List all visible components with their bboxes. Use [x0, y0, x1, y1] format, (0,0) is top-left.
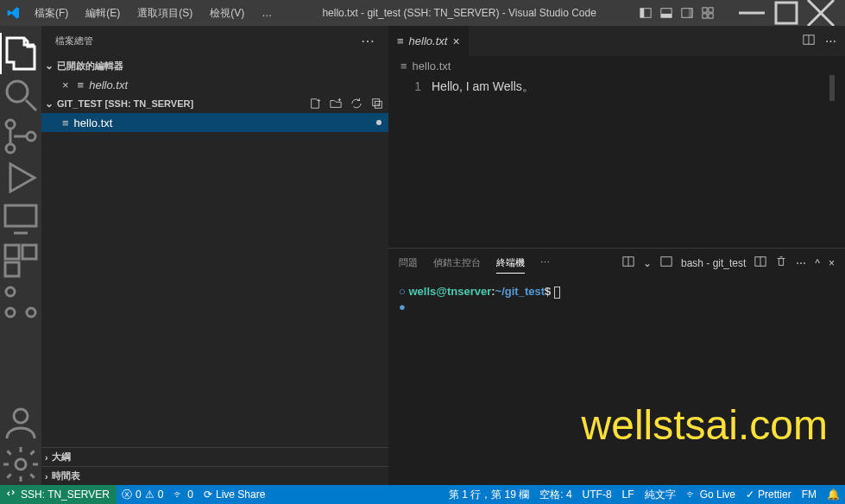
run-debug-icon[interactable]: [0, 157, 41, 198]
remote-icon: [7, 488, 17, 501]
status-eol[interactable]: LF: [617, 485, 640, 504]
terminal-user: wells@tnserver: [408, 285, 491, 298]
tree-filename: hello.txt: [74, 117, 113, 129]
split-terminal-icon-2[interactable]: [754, 255, 766, 270]
minimize-button[interactable]: [735, 0, 769, 26]
code-line: Hello, I am Wells。: [432, 75, 845, 248]
status-problems[interactable]: ⓧ0 ⚠0: [117, 485, 168, 504]
svg-marker-19: [10, 164, 35, 192]
svg-rect-6: [703, 8, 707, 12]
vscode-logo-icon: [7, 6, 21, 20]
menu-selection[interactable]: 選取項目(S): [130, 3, 199, 24]
status-fm[interactable]: FM: [797, 485, 822, 504]
remote-indicator[interactable]: SSH: TN_SERVER: [0, 485, 117, 504]
maximize-button[interactable]: [769, 0, 804, 26]
file-icon: ≡: [62, 117, 69, 129]
status-prettier[interactable]: ✓Prettier: [741, 485, 797, 504]
open-editors-section[interactable]: ⌄ 已開啟的編輯器: [41, 56, 388, 75]
new-folder-icon[interactable]: [328, 95, 344, 112]
prompt-indicator-icon: ●: [399, 300, 406, 313]
customize-layout-icon[interactable]: [702, 7, 714, 19]
status-golive[interactable]: ᯤGo Live: [681, 485, 741, 504]
svg-point-28: [14, 409, 28, 423]
svg-rect-7: [709, 8, 713, 12]
gitbranch-icon[interactable]: [0, 281, 41, 323]
kill-terminal-icon[interactable]: [775, 255, 787, 270]
editor-tab[interactable]: ≡ hello.txt ×: [388, 26, 470, 56]
editor-area: ≡ hello.txt × ⋯ ≡ hello.txt 1 Hello, I a…: [388, 26, 845, 485]
status-notifications-icon[interactable]: 🔔: [822, 485, 845, 504]
status-ports[interactable]: ᯤ0: [168, 485, 199, 504]
open-editors-label: 已開啟的編輯器: [57, 60, 123, 72]
extensions-icon[interactable]: [0, 240, 41, 281]
collapse-all-icon[interactable]: [369, 95, 385, 112]
terminal-body[interactable]: ○ wells@tnserver:~/git_test$ ● wellstsai…: [388, 277, 845, 485]
menu-more[interactable]: …: [255, 3, 279, 22]
explorer-icon[interactable]: [0, 33, 41, 74]
source-control-icon[interactable]: [0, 116, 41, 157]
toggle-primary-sidebar-icon[interactable]: [640, 7, 652, 19]
status-encoding[interactable]: UTF-8: [577, 485, 617, 504]
timeline-section[interactable]: › 時間表: [41, 466, 388, 485]
svg-rect-23: [22, 245, 36, 259]
status-indent[interactable]: 空格: 4: [534, 485, 577, 504]
toggle-panel-icon[interactable]: [660, 7, 672, 19]
new-terminal-dropdown[interactable]: ⌄: [643, 257, 652, 269]
close-panel-icon[interactable]: ×: [829, 257, 835, 269]
chevron-down-icon: ⌄: [45, 98, 54, 110]
panel-tab-terminal[interactable]: 終端機: [496, 253, 525, 274]
refresh-icon[interactable]: [349, 95, 364, 112]
svg-point-16: [6, 120, 15, 129]
panel-tab-debug[interactable]: 偵錯主控台: [433, 253, 481, 273]
warning-icon: ⚠: [145, 488, 154, 501]
file-icon: ≡: [78, 79, 85, 91]
remote-explorer-icon[interactable]: [0, 198, 41, 240]
svg-point-29: [16, 459, 26, 469]
file-tree-item[interactable]: ≡ hello.txt: [41, 113, 388, 132]
status-language[interactable]: 純文字: [640, 485, 681, 504]
toggle-secondary-sidebar-icon[interactable]: [681, 7, 693, 19]
svg-rect-9: [709, 14, 713, 18]
panel-tab-problems[interactable]: 問題: [399, 253, 418, 273]
svg-point-18: [27, 132, 35, 141]
tab-more-icon[interactable]: ⋯: [825, 35, 836, 47]
svg-point-25: [6, 287, 15, 296]
menu-edit[interactable]: 編輯(E): [79, 3, 127, 24]
svg-rect-1: [640, 9, 644, 18]
split-editor-icon[interactable]: [803, 34, 815, 48]
status-liveshare[interactable]: ⟳Live Share: [199, 485, 270, 504]
search-icon[interactable]: [0, 74, 41, 116]
svg-rect-24: [5, 262, 19, 276]
terminal-path: ~/git_test: [495, 285, 545, 298]
split-terminal-icon[interactable]: [622, 255, 634, 270]
panel-tabs-more-icon[interactable]: ⋯: [540, 257, 550, 268]
settings-gear-icon[interactable]: [0, 444, 41, 485]
editor-content[interactable]: 1 Hello, I am Wells。: [388, 75, 845, 248]
overview-ruler[interactable]: [829, 75, 835, 101]
menu-file[interactable]: 檔案(F): [28, 3, 75, 24]
line-gutter: 1: [388, 75, 432, 248]
close-editor-icon[interactable]: ×: [62, 79, 69, 91]
file-icon: ≡: [397, 35, 404, 47]
status-cursor[interactable]: 第 1 行，第 19 欄: [444, 485, 534, 504]
explorer-more-icon[interactable]: ⋯: [361, 33, 375, 49]
title-bar: 檔案(F) 編輯(E) 選取項目(S) 檢視(V) … hello.txt - …: [0, 0, 845, 26]
accounts-icon[interactable]: [0, 402, 41, 444]
new-file-icon[interactable]: [307, 95, 323, 112]
liveshare-icon: ⟳: [204, 488, 212, 501]
svg-point-26: [27, 308, 35, 317]
menu-view[interactable]: 檢視(V): [203, 3, 251, 24]
breadcrumb-file: hello.txt: [413, 60, 451, 72]
outline-section[interactable]: › 大綱: [41, 447, 388, 466]
open-editor-item[interactable]: × ≡ hello.txt: [41, 75, 388, 94]
chevron-right-icon: ›: [45, 471, 48, 482]
close-button[interactable]: [804, 0, 838, 26]
folder-section[interactable]: ⌄ GIT_TEST [SSH: TN_SERVER]: [41, 94, 388, 113]
tab-close-icon[interactable]: ×: [452, 35, 459, 48]
status-bar: SSH: TN_SERVER ⓧ0 ⚠0 ᯤ0 ⟳Live Share 第 1 …: [0, 485, 845, 504]
panel-more-icon[interactable]: ⋯: [796, 257, 806, 269]
terminal-shell-label[interactable]: bash - git_test: [681, 257, 746, 269]
svg-rect-3: [661, 14, 672, 17]
maximize-panel-icon[interactable]: ^: [815, 257, 820, 269]
breadcrumb[interactable]: ≡ hello.txt: [388, 56, 845, 75]
